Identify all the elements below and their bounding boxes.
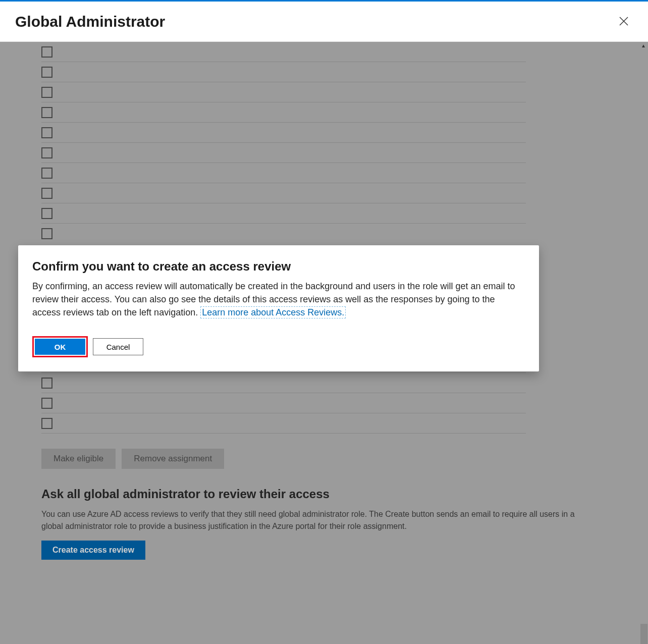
dialog-title: Confirm you want to create an access rev… (32, 259, 525, 274)
ok-button-highlight: OK (32, 336, 88, 357)
close-icon[interactable] (615, 12, 633, 32)
dialog-body: By confirming, an access review will aut… (32, 280, 525, 319)
make-eligible-button[interactable]: Make eligible (41, 449, 116, 469)
list-item[interactable] (41, 163, 526, 183)
row-checkbox[interactable] (41, 46, 52, 58)
access-review-section: Ask all global administrator to review t… (41, 487, 597, 560)
row-checkbox[interactable] (41, 127, 52, 138)
learn-more-link[interactable]: Learn more about Access Reviews. (200, 306, 346, 318)
cancel-button[interactable]: Cancel (93, 338, 143, 355)
row-checkbox[interactable] (41, 208, 52, 219)
remove-assignment-button[interactable]: Remove assignment (122, 449, 224, 469)
row-checkbox[interactable] (41, 107, 52, 118)
list-action-buttons: Make eligible Remove assignment (41, 449, 633, 469)
row-checkbox[interactable] (41, 378, 52, 389)
list-item[interactable] (41, 373, 526, 393)
row-checkbox[interactable] (41, 67, 52, 78)
title-bar: Global Administrator (0, 2, 648, 42)
list-item[interactable] (41, 42, 526, 62)
list-item[interactable] (41, 413, 526, 434)
list-item[interactable] (41, 183, 526, 203)
row-checkbox[interactable] (41, 398, 52, 409)
row-checkbox[interactable] (41, 228, 52, 239)
row-checkbox[interactable] (41, 418, 52, 429)
access-review-body: You can use Azure AD access reviews to v… (41, 508, 597, 532)
list-item[interactable] (41, 123, 526, 143)
list-item[interactable] (41, 224, 526, 244)
row-checkbox[interactable] (41, 168, 52, 179)
list-item[interactable] (41, 82, 526, 102)
create-access-review-button[interactable]: Create access review (41, 541, 145, 560)
list-item[interactable] (41, 143, 526, 163)
ok-button[interactable]: OK (35, 339, 85, 355)
row-checkbox[interactable] (41, 188, 52, 199)
page-title: Global Administrator (15, 13, 165, 30)
scrollbar-up-icon[interactable]: ▲ (639, 43, 647, 51)
confirm-dialog: Confirm you want to create an access rev… (18, 245, 539, 371)
list-item[interactable] (41, 102, 526, 123)
dialog-buttons: OK Cancel (32, 336, 525, 357)
access-review-heading: Ask all global administrator to review t… (41, 487, 597, 501)
list-item[interactable] (41, 62, 526, 82)
list-item[interactable] (41, 203, 526, 224)
scrollbar-thumb[interactable] (640, 624, 647, 644)
member-list (41, 42, 526, 434)
row-checkbox[interactable] (41, 147, 52, 158)
row-checkbox[interactable] (41, 87, 52, 98)
list-item[interactable] (41, 393, 526, 413)
